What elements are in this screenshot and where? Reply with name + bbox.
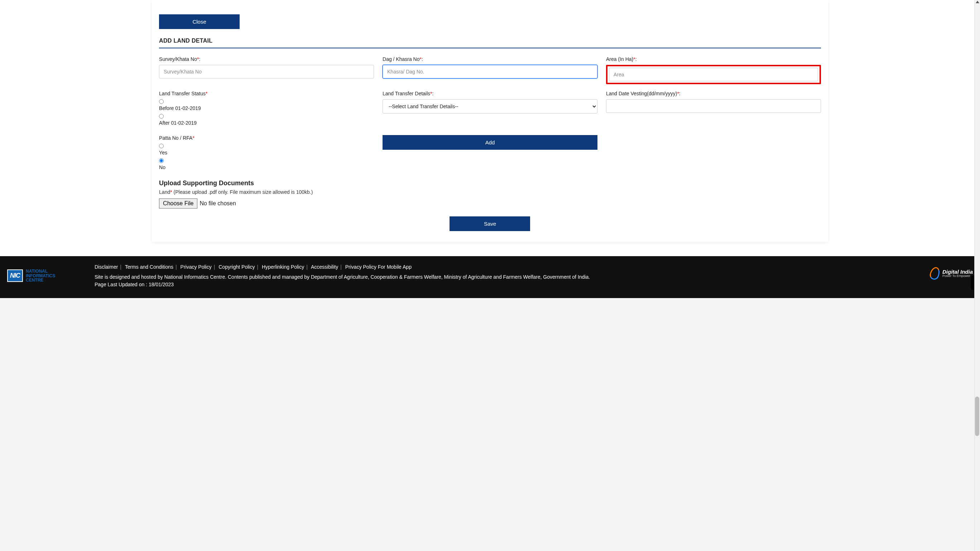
nic-logo: NIC NATIONAL INFORMATICS CENTRE bbox=[7, 269, 55, 283]
radio-yes-label: Yes bbox=[159, 150, 374, 156]
footer-updated: Page Last Updated on : 18/01/2023 bbox=[95, 281, 904, 289]
section-divider bbox=[159, 48, 821, 48]
footer-link[interactable]: Accessibility bbox=[311, 264, 338, 270]
transfer-status-after-option[interactable]: After 01-02-2019 bbox=[159, 114, 374, 126]
survey-input[interactable] bbox=[159, 65, 374, 78]
choose-file-button[interactable]: Choose File bbox=[159, 199, 197, 209]
transfer-details-select[interactable]: --Select Land Transfer Details-- bbox=[383, 99, 597, 113]
page-footer: NIC NATIONAL INFORMATICS CENTRE Disclaim… bbox=[0, 256, 980, 298]
file-status: No file chosen bbox=[199, 200, 236, 207]
upload-title: Upload Supporting Documents bbox=[159, 180, 821, 187]
dag-label: Dag / Khasra No*: bbox=[383, 56, 597, 62]
save-button[interactable]: Save bbox=[450, 217, 530, 231]
form-card: Close ADD LAND DETAIL Survey/Khata No*: … bbox=[152, 0, 828, 242]
radio-before[interactable] bbox=[159, 99, 164, 104]
digital-india-icon bbox=[928, 266, 941, 281]
radio-after[interactable] bbox=[159, 114, 164, 119]
transfer-details-label: Land Transfer Details*: bbox=[383, 91, 597, 96]
radio-no[interactable] bbox=[159, 158, 164, 163]
footer-link[interactable]: Privacy Policy For Mobile App bbox=[345, 264, 412, 270]
scroll-up-icon[interactable] bbox=[976, 1, 979, 3]
patta-label: Patta No / RFA* bbox=[159, 135, 374, 141]
survey-label: Survey/Khata No*: bbox=[159, 56, 374, 62]
footer-link[interactable]: Hyperlinking Policy bbox=[262, 264, 304, 270]
footer-link[interactable]: Privacy Policy bbox=[181, 264, 212, 270]
radio-yes[interactable] bbox=[159, 144, 164, 148]
digital-india-logo: Digital India Power To Empower bbox=[930, 267, 973, 280]
footer-link[interactable]: Disclaimer bbox=[95, 264, 118, 270]
vesting-input[interactable] bbox=[606, 99, 821, 113]
footer-link[interactable]: Terms and Conditions bbox=[125, 264, 173, 270]
transfer-status-label: Land Transfer Status* bbox=[159, 91, 374, 96]
area-highlight bbox=[606, 65, 821, 84]
radio-before-label: Before 01-02-2019 bbox=[159, 105, 374, 111]
add-button[interactable]: Add bbox=[383, 135, 597, 150]
footer-links: Disclaimer| Terms and Conditions| Privac… bbox=[95, 263, 904, 271]
scrollbar[interactable] bbox=[974, 0, 980, 298]
radio-after-label: After 01-02-2019 bbox=[159, 120, 374, 126]
nic-logo-text: NATIONAL INFORMATICS CENTRE bbox=[26, 269, 55, 283]
area-input[interactable] bbox=[609, 68, 818, 81]
area-label: Area (In Ha)*: bbox=[606, 56, 821, 62]
dag-input[interactable] bbox=[383, 65, 597, 78]
section-title: ADD LAND DETAIL bbox=[159, 38, 821, 44]
patta-yes-option[interactable]: Yes bbox=[159, 144, 374, 156]
patta-no-option[interactable]: No bbox=[159, 158, 374, 170]
nic-logo-mark: NIC bbox=[7, 269, 23, 282]
side-tab-handle[interactable] bbox=[971, 276, 974, 290]
vesting-label: Land Date Vesting(dd/mm/yyyy)*: bbox=[606, 91, 821, 96]
footer-text: Site is designed and hosted by National … bbox=[95, 273, 904, 281]
radio-no-label: No bbox=[159, 164, 374, 170]
upload-hint: Land* (Please upload .pdf only. File max… bbox=[159, 189, 821, 195]
footer-link[interactable]: Copyright Policy bbox=[218, 264, 255, 270]
close-button[interactable]: Close bbox=[159, 14, 240, 29]
transfer-status-before-option[interactable]: Before 01-02-2019 bbox=[159, 99, 374, 111]
